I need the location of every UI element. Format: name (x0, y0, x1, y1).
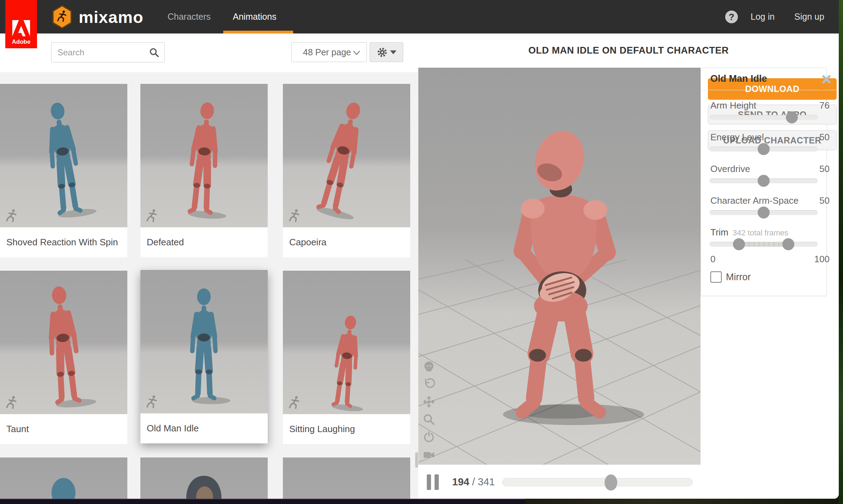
trim-end-thumb[interactable] (782, 238, 794, 250)
total-frames: 341 (478, 476, 495, 487)
power-icon[interactable] (423, 431, 435, 443)
frame-separator: / (472, 476, 478, 487)
animation-card-shoved-reaction[interactable]: Shoved Reaction With Spin (0, 84, 127, 257)
animation-card-label: Defeated (140, 227, 268, 257)
viewport-3d[interactable] (418, 68, 701, 465)
grid-scrollbar-thumb[interactable] (415, 452, 418, 468)
animation-card-sitting-laughing[interactable]: Sitting Laughing (283, 271, 410, 444)
animation-type-icon (287, 395, 302, 410)
animation-type-icon (4, 208, 19, 223)
slider-thumb[interactable] (758, 207, 770, 219)
mixamo-hexagon-runner-icon (51, 5, 73, 29)
desktop-background-strip (839, 0, 843, 504)
character-preview (27, 280, 101, 411)
viewport-toolbar (423, 360, 435, 461)
pan-move-icon[interactable] (423, 395, 435, 408)
tab-animations[interactable]: Animations (229, 0, 281, 33)
slider-thumb[interactable] (786, 111, 798, 123)
character-preview (298, 92, 385, 223)
trim-active-range (739, 242, 789, 247)
trim-range-slider[interactable] (710, 242, 818, 247)
reset-rotate-icon[interactable] (423, 378, 435, 391)
slider-thumb[interactable] (758, 143, 770, 155)
slider-value-overdrive: 50 (819, 164, 830, 174)
slider-label-energy-level: Energy Level (710, 132, 764, 143)
mixamo-logo[interactable]: mixamo (51, 4, 144, 30)
animation-thumbnail (283, 271, 410, 414)
adobe-wordmark: Adobe (12, 38, 31, 45)
character-preview (11, 472, 116, 499)
animation-card-label: Shoved Reaction With Spin (0, 227, 127, 257)
login-link[interactable]: Log in (751, 0, 775, 33)
current-frame: 194 (452, 476, 469, 487)
character-preview (26, 96, 101, 222)
animation-card-label: Capoeira (283, 227, 410, 257)
preview-title: OLD MAN IDLE ON DEFAULT CHARACTER (418, 33, 839, 68)
animation-thumbnail (140, 270, 268, 413)
animation-thumbnail (0, 84, 127, 227)
close-icon[interactable] (822, 75, 831, 84)
animation-card-partial-3[interactable] (283, 457, 410, 499)
camera-icon[interactable] (423, 448, 435, 461)
animations-grid: Shoved Reaction With Spin Defeated Capoe… (0, 72, 418, 499)
main-character (455, 106, 667, 430)
character-preview (317, 310, 376, 413)
per-page-select[interactable]: 48 Per page (291, 42, 367, 62)
slider-value-energy-level: 50 (819, 132, 830, 143)
animation-card-old-man-idle-selected[interactable]: Old Man Idle (140, 270, 268, 443)
animation-card-taunt[interactable]: Taunt (0, 271, 127, 444)
animation-type-icon (287, 208, 302, 223)
mirror-checkbox[interactable] (710, 271, 722, 283)
slider-energy-level[interactable] (710, 147, 818, 152)
character-head-icon[interactable] (423, 360, 435, 373)
help-icon[interactable]: ? (725, 11, 738, 23)
trim-max-label: 100 (814, 254, 830, 265)
animation-card-partial-1[interactable] (0, 457, 127, 499)
preview-area: OLD MAN IDLE ON DEFAULT CHARACTER (418, 33, 839, 499)
settings-dropdown-button[interactable] (370, 42, 403, 62)
mirror-option: Mirror (710, 271, 751, 283)
trim-min-label: 0 (710, 254, 715, 265)
search-box (51, 42, 165, 62)
signup-link[interactable]: Sign up (794, 0, 824, 33)
animation-type-icon (4, 395, 19, 410)
toolbar-row: 48 Per page (0, 33, 418, 72)
character-preview (170, 97, 238, 220)
animation-card-defeated[interactable]: Defeated (140, 84, 268, 257)
right-sidebar: DOWNLOAD SEND TO AERO UPLOAD CHARACTER O… (701, 68, 839, 499)
search-input[interactable] (51, 43, 153, 62)
animation-thumbnail (0, 271, 127, 414)
animation-type-icon (145, 208, 159, 223)
per-page-value: 48 Per page (303, 47, 351, 57)
animation-card-partial-2[interactable] (140, 457, 268, 499)
slider-character-arm-space[interactable] (710, 210, 818, 215)
mixamo-app-window: mixamo Characters Animations ? Log in Si… (0, 0, 839, 499)
slider-arm-height[interactable] (710, 115, 818, 120)
tab-characters[interactable]: Characters (163, 0, 215, 33)
pause-button[interactable] (427, 474, 442, 490)
active-tab-underline (223, 31, 293, 33)
animation-card-label: Sitting Laughing (283, 414, 410, 444)
adobe-logo[interactable]: Adobe (5, 0, 37, 48)
animation-thumbnail (283, 457, 410, 499)
timeline-slider-thumb[interactable] (605, 474, 617, 491)
desktop-taskbar-strip (0, 499, 526, 504)
animation-thumbnail (283, 84, 410, 227)
desktop-background-bottom (526, 499, 839, 504)
slider-overdrive[interactable] (710, 178, 818, 183)
search-icon[interactable] (149, 47, 159, 58)
character-preview (174, 285, 234, 405)
animation-thumbnail (140, 457, 268, 499)
trim-total-frames: 342 total frames (733, 228, 788, 237)
animation-card-label: Old Man Idle (140, 413, 268, 443)
animation-card-capoeira[interactable]: Capoeira (283, 84, 410, 257)
mirror-label: Mirror (726, 272, 751, 283)
zoom-icon[interactable] (423, 413, 435, 426)
brand-name: mixamo (79, 7, 144, 27)
timeline-slider[interactable] (502, 478, 693, 486)
slider-thumb[interactable] (758, 175, 770, 187)
gear-icon (377, 47, 388, 58)
trim-start-thumb[interactable] (733, 238, 745, 250)
animation-type-icon (145, 394, 159, 409)
animation-thumbnail (0, 457, 127, 499)
